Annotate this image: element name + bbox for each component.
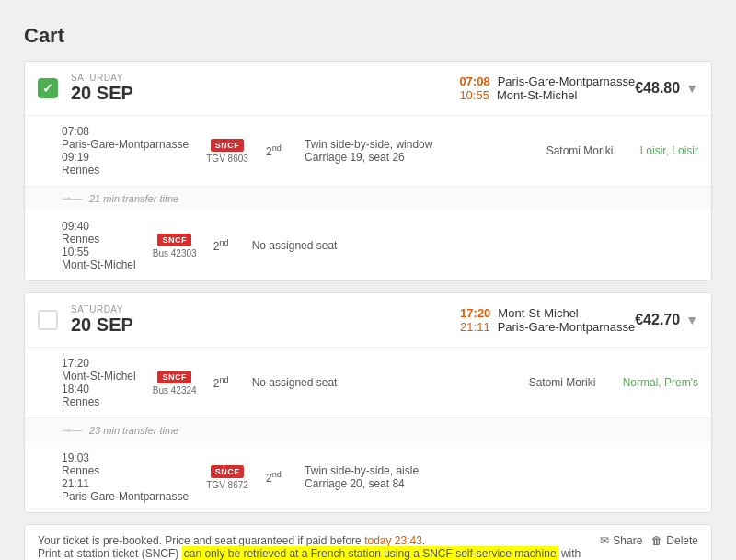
seg-times-1-2: 09:40 Rennes 10:55 Mont-St-Michel: [62, 220, 136, 271]
seg-dep-station-2-2: Rennes: [62, 464, 189, 477]
train-num-2-1: Bus 42324: [153, 385, 197, 395]
share-label: Share: [613, 534, 642, 547]
seg-dep-station-2-1: Mont-St-Michel: [62, 370, 136, 383]
seg-arr-station-2-2: Paris-Gare-Montparnasse: [62, 490, 189, 503]
page-container: Cart SATURDAY 20 SEP 07:08 Paris-Gare-Mo…: [9, 9, 727, 560]
transfer-icon-1: ⊸—: [62, 192, 82, 205]
trip-date-info-2: SATURDAY 20 SEP: [71, 304, 447, 336]
page-title: Cart: [24, 24, 712, 48]
trip-arr-station-2: Paris-Gare-Montparnasse: [498, 320, 636, 334]
trip-arr-time-1: 10:55: [459, 88, 489, 102]
transfer-row-1: ⊸— 21 min transfer time: [25, 187, 711, 211]
trip-arr-2: 21:11 Paris-Gare-Montparnasse: [460, 320, 635, 334]
notice-text: Your ticket is pre-booked. Price and sea…: [38, 534, 587, 560]
seg-arr-time-2-2: 21:11: [62, 477, 189, 490]
transfer-text-2: 23 min transfer time: [89, 425, 178, 436]
seg-arr-time-2-1: 18:40: [62, 383, 136, 395]
trip-dep-1: 07:08 Paris-Gare-Montparnasse: [459, 74, 635, 88]
notice-line2-prefix: Print-at-station ticket (SNCF): [38, 547, 182, 560]
transfer-text-1: 21 min transfer time: [89, 193, 178, 204]
notice-bar-actions: Your ticket is pre-booked. Price and sea…: [38, 534, 698, 560]
seat-info-2-1: No assigned seat: [252, 376, 518, 389]
segment-row-1-2: 09:40 Rennes 10:55 Mont-St-Michel SNCF B…: [25, 211, 711, 280]
seg-arr-time-1-2: 10:55: [62, 246, 136, 258]
trip-price-value-1: €48.80: [635, 80, 680, 97]
sncf-logo-2-1: SNCF: [157, 371, 191, 383]
trip-day-1: SATURDAY: [71, 73, 446, 83]
seg-dep-time-1-2: 09:40: [62, 220, 136, 233]
notice-actions-right: ✉ Share 🗑 Delete: [600, 534, 698, 547]
trip-card-1: SATURDAY 20 SEP 07:08 Paris-Gare-Montpar…: [24, 61, 712, 281]
seg-dep-time-2-1: 17:20: [62, 357, 136, 370]
seat-class-1-2: 2nd: [213, 238, 241, 253]
sncf-logo-1-1: SNCF: [211, 139, 245, 152]
transfer-row-2: ⊸— 23 min transfer time: [25, 418, 711, 442]
trip-price-2: €42.70 ▼: [635, 312, 698, 328]
seg-times-2-2: 19:03 Rennes 21:11 Paris-Gare-Montparnas…: [62, 451, 189, 503]
seat-class-1-1: 2nd: [266, 143, 293, 158]
transfer-icon-2: ⊸—: [62, 424, 82, 437]
notice-line1-suffix: .: [422, 534, 425, 547]
train-num-1-1: TGV 8603: [206, 154, 248, 164]
trip-arr-1: 10:55 Mont-St-Michel: [459, 88, 635, 102]
trip-date-info-1: SATURDAY 20 SEP: [71, 73, 446, 104]
sncf-badge-2-1: SNCF Bus 42324: [147, 371, 202, 395]
sncf-badge-1-2: SNCF Bus 42303: [147, 234, 202, 258]
trip-price-1: €48.80 ▼: [635, 80, 698, 97]
seat-info-1-2: No assigned seat: [252, 239, 593, 252]
seg-arr-station-1-2: Mont-St-Michel: [62, 258, 136, 271]
delete-button[interactable]: 🗑 Delete: [651, 534, 698, 547]
chevron-down-icon-2[interactable]: ▼: [685, 313, 698, 327]
notice-bar: Your ticket is pre-booked. Price and sea…: [24, 524, 712, 560]
notice-line2-highlight: can only be retrieved at a French statio…: [182, 546, 558, 560]
trip-dep-time-1: 07:08: [459, 74, 489, 88]
trip-route-2: 17:20 Mont-St-Michel 21:11 Paris-Gare-Mo…: [460, 306, 635, 334]
chevron-down-icon-1[interactable]: ▼: [685, 81, 698, 96]
trip-dep-station-2: Mont-St-Michel: [498, 306, 578, 320]
trip-header-1: SATURDAY 20 SEP 07:08 Paris-Gare-Montpar…: [25, 62, 711, 116]
passenger-2-1: Satomi Moriki: [529, 376, 612, 389]
trip-checkbox-1[interactable]: [38, 78, 58, 98]
trip-day-2: SATURDAY: [71, 304, 447, 314]
seat-info-2-2: Twin side-by-side, aisleCarriage 20, sea…: [305, 464, 593, 490]
notice-today: today 23:43: [364, 534, 422, 547]
trip-dep-2: 17:20 Mont-St-Michel: [460, 306, 635, 320]
share-button[interactable]: ✉ Share: [600, 534, 642, 547]
trip-checkbox-2[interactable]: [38, 310, 58, 330]
seg-dep-station-1-2: Rennes: [62, 233, 136, 246]
seg-arr-station-1-1: Rennes: [62, 164, 189, 177]
trip-date-1: 20 SEP: [71, 83, 446, 104]
passenger-1-1: Satomi Moriki: [546, 144, 629, 157]
sncf-logo-2-2: SNCF: [211, 465, 245, 478]
sncf-badge-1-1: SNCF TGV 8603: [200, 139, 255, 164]
trip-arr-station-1: Mont-St-Michel: [497, 88, 577, 102]
trip-price-value-2: €42.70: [635, 312, 680, 328]
seg-times-1-1: 07:08 Paris-Gare-Montparnasse 09:19 Renn…: [62, 125, 189, 177]
trip-arr-time-2: 21:11: [460, 320, 490, 334]
trip-card-2: SATURDAY 20 SEP 17:20 Mont-St-Michel 21:…: [24, 292, 712, 513]
segment-row-1-1: 07:08 Paris-Gare-Montparnasse 09:19 Renn…: [25, 116, 711, 187]
delete-label: Delete: [666, 534, 698, 547]
seg-dep-station-1-1: Paris-Gare-Montparnasse: [62, 138, 189, 151]
trip-route-1: 07:08 Paris-Gare-Montparnasse 10:55 Mont…: [459, 74, 635, 102]
sncf-badge-2-2: SNCF TGV 8672: [200, 465, 255, 490]
seat-info-1-1: Twin side-by-side, windowCarriage 19, se…: [305, 138, 535, 164]
trip-date-2: 20 SEP: [71, 314, 447, 336]
train-num-2-2: TGV 8672: [206, 480, 248, 490]
seg-dep-time-2-2: 19:03: [62, 451, 189, 464]
seg-times-2-1: 17:20 Mont-St-Michel 18:40 Rennes: [62, 357, 136, 408]
trip-dep-station-1: Paris-Gare-Montparnasse: [498, 74, 636, 88]
ticket-type-1-1: Loisir, Loisir: [640, 144, 698, 157]
seat-class-2-1: 2nd: [213, 375, 241, 390]
trip-header-2: SATURDAY 20 SEP 17:20 Mont-St-Michel 21:…: [25, 293, 711, 348]
train-num-1-2: Bus 42303: [153, 248, 197, 258]
sncf-logo-1-2: SNCF: [157, 234, 191, 246]
ticket-type-2-1: Normal, Prem's: [623, 376, 698, 389]
seat-class-2-2: 2nd: [266, 470, 293, 485]
trip-dep-time-2: 17:20: [460, 306, 490, 320]
seg-arr-time-1-1: 09:19: [62, 151, 189, 164]
segment-row-2-2: 19:03 Rennes 21:11 Paris-Gare-Montparnas…: [25, 442, 711, 512]
seg-arr-station-2-1: Rennes: [62, 395, 136, 408]
segment-row-2-1: 17:20 Mont-St-Michel 18:40 Rennes SNCF B…: [25, 348, 711, 418]
seg-dep-time-1-1: 07:08: [62, 125, 189, 138]
